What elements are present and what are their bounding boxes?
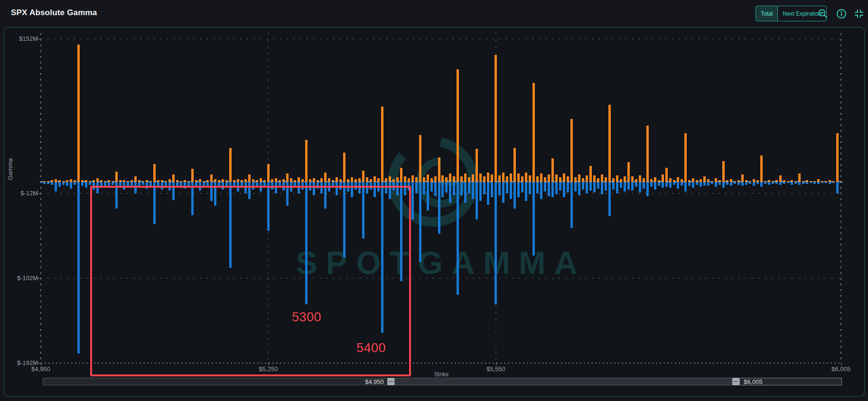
put-gamma-bar bbox=[597, 182, 599, 189]
put-gamma-bar bbox=[688, 182, 691, 186]
x-axis-title: Strike bbox=[422, 371, 460, 378]
put-gamma-bar bbox=[445, 182, 448, 192]
call-gamma-bar bbox=[589, 166, 592, 182]
call-gamma-bar bbox=[191, 169, 194, 182]
call-gamma-bar bbox=[529, 175, 531, 182]
call-gamma-bar bbox=[612, 178, 615, 182]
top-bar: SPX Absolute Gamma Total Next Expiration bbox=[0, 0, 868, 26]
call-gamma-bar bbox=[479, 173, 482, 182]
call-gamma-bar bbox=[298, 177, 300, 182]
put-gamma-bar bbox=[745, 182, 747, 185]
put-gamma-bar bbox=[55, 182, 57, 191]
call-gamma-bar bbox=[798, 173, 801, 182]
call-gamma-bar bbox=[134, 176, 137, 182]
put-gamma-bar bbox=[180, 182, 182, 186]
view-toggle-group: Total Next Expiration bbox=[756, 6, 827, 21]
put-gamma-bar bbox=[768, 182, 770, 185]
put-gamma-bar bbox=[532, 182, 535, 255]
slider-left-value: $4,950 bbox=[365, 378, 384, 385]
put-gamma-bar bbox=[627, 182, 630, 190]
call-gamma-bar bbox=[677, 177, 679, 182]
put-gamma-bar bbox=[643, 182, 645, 189]
call-gamma-bar bbox=[548, 174, 550, 182]
put-gamma-bar bbox=[51, 182, 53, 185]
call-gamma-bar bbox=[400, 168, 402, 182]
call-gamma-bar bbox=[419, 135, 421, 182]
call-gamma-bar bbox=[290, 178, 292, 182]
put-gamma-bar bbox=[495, 182, 497, 304]
info-icon[interactable] bbox=[836, 8, 847, 19]
slider-track-left[interactable]: $4,950 bbox=[43, 378, 388, 385]
put-gamma-bar bbox=[423, 182, 425, 194]
toggle-total-button[interactable]: Total bbox=[756, 6, 777, 21]
put-gamma-bar bbox=[589, 182, 592, 191]
call-gamma-bar bbox=[760, 155, 763, 182]
app-window: SPX Absolute Gamma Total Next Expiration bbox=[0, 0, 868, 401]
call-gamma-bar bbox=[605, 177, 607, 182]
call-gamma-bar bbox=[153, 164, 156, 182]
put-gamma-bar bbox=[719, 182, 721, 185]
put-gamma-bar bbox=[438, 182, 440, 234]
put-gamma-bar bbox=[498, 182, 501, 195]
put-gamma-bar bbox=[760, 182, 763, 187]
put-gamma-bar bbox=[551, 182, 554, 197]
call-gamma-bar bbox=[624, 176, 626, 182]
call-gamma-bar bbox=[460, 176, 463, 182]
put-gamma-bar bbox=[624, 182, 626, 191]
put-gamma-bar bbox=[544, 182, 546, 191]
slider-handle-left[interactable] bbox=[387, 378, 394, 385]
call-gamma-bar bbox=[468, 177, 470, 182]
put-gamma-bar bbox=[836, 182, 839, 193]
call-gamma-bar bbox=[487, 173, 489, 182]
call-gamma-bar bbox=[381, 107, 383, 182]
put-gamma-bar bbox=[85, 182, 87, 188]
put-gamma-bar bbox=[574, 182, 577, 191]
put-gamma-bar bbox=[513, 182, 516, 209]
slider-handle-right[interactable] bbox=[732, 378, 739, 385]
put-gamma-bar bbox=[753, 182, 755, 186]
call-gamma-bar bbox=[328, 178, 330, 182]
put-gamma-bar bbox=[525, 182, 527, 201]
call-gamma-bar bbox=[408, 178, 410, 182]
put-gamma-bar bbox=[586, 182, 588, 193]
put-gamma-bar bbox=[559, 182, 561, 191]
put-gamma-bar bbox=[203, 182, 205, 186]
put-gamma-bar bbox=[813, 182, 816, 184]
call-gamma-bar bbox=[513, 148, 516, 182]
put-gamma-bar bbox=[536, 182, 539, 193]
put-gamma-bar bbox=[43, 182, 46, 184]
page-title: SPX Absolute Gamma bbox=[11, 8, 97, 18]
call-gamma-bar bbox=[434, 176, 437, 182]
call-gamma-bar bbox=[510, 173, 512, 182]
call-gamma-bar bbox=[441, 175, 444, 182]
put-gamma-bar bbox=[620, 182, 622, 188]
call-gamma-bar bbox=[313, 178, 315, 182]
x-tick-label: $4,950 bbox=[19, 365, 62, 373]
call-gamma-bar bbox=[722, 161, 725, 182]
put-gamma-bar bbox=[62, 182, 65, 185]
call-gamma-bar bbox=[373, 176, 376, 182]
call-gamma-bar bbox=[498, 175, 501, 182]
call-gamma-bar bbox=[684, 133, 687, 182]
y-axis-title: Gamma bbox=[7, 158, 14, 180]
call-gamma-bar bbox=[362, 171, 364, 182]
put-gamma-bar bbox=[658, 182, 660, 186]
put-gamma-bar bbox=[825, 182, 827, 183]
slider-track-selected[interactable] bbox=[394, 378, 734, 385]
put-gamma-bar bbox=[692, 182, 694, 188]
put-gamma-bar bbox=[419, 182, 421, 262]
put-gamma-bar bbox=[415, 182, 418, 193]
put-gamma-bar bbox=[142, 182, 144, 185]
put-gamma-bar bbox=[441, 182, 444, 197]
call-gamma-bar bbox=[248, 174, 251, 182]
zoom-out-icon[interactable] bbox=[817, 8, 829, 19]
put-gamma-bar bbox=[464, 182, 467, 203]
slider-track-right[interactable]: $6,005 bbox=[739, 378, 842, 385]
put-gamma-bar bbox=[616, 182, 618, 193]
collapse-icon[interactable] bbox=[853, 8, 865, 19]
put-gamma-bar bbox=[832, 182, 835, 183]
call-gamma-bar bbox=[351, 177, 353, 182]
strike-range-slider[interactable]: $4,950 $6,005 bbox=[43, 378, 842, 385]
put-gamma-bar bbox=[411, 182, 414, 219]
put-gamma-bar bbox=[165, 182, 167, 186]
